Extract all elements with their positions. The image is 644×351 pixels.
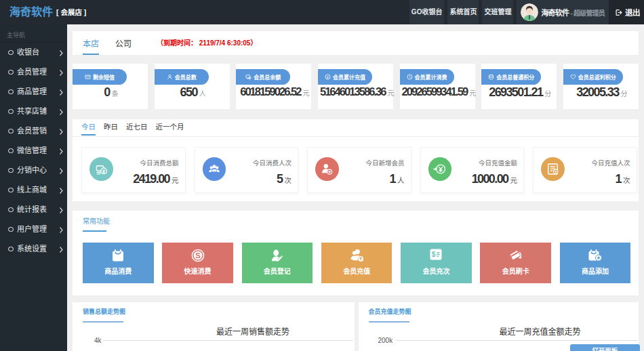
svg-text:$: $ <box>432 251 436 258</box>
svg-text:S: S <box>195 251 201 260</box>
svg-text:¥: ¥ <box>359 256 362 261</box>
